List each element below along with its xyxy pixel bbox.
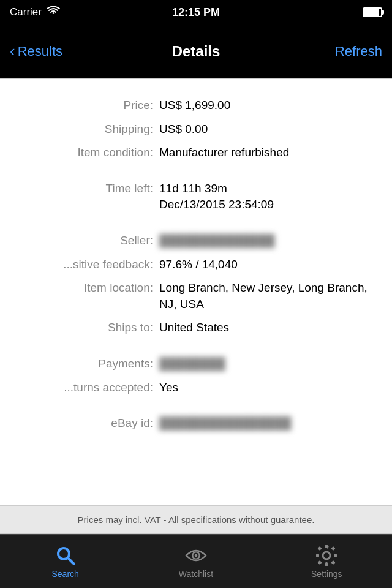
svg-rect-9 <box>316 554 319 557</box>
settings-icon <box>315 545 337 567</box>
ebay-id-value: ████████████████ <box>159 415 380 432</box>
shipping-label: Shipping: <box>12 121 159 138</box>
page-title: Details <box>172 43 221 60</box>
svg-rect-13 <box>318 560 322 564</box>
tab-search[interactable]: Search <box>0 545 130 579</box>
svg-rect-11 <box>318 546 322 550</box>
ebay-id-row: eBay id: ████████████████ <box>12 412 380 435</box>
watchlist-tab-label: Watchlist <box>179 569 213 579</box>
feedback-label: ...sitive feedback: <box>12 257 159 273</box>
battery-icon <box>363 7 382 17</box>
svg-rect-10 <box>331 546 336 550</box>
svg-rect-12 <box>331 560 336 564</box>
svg-rect-7 <box>325 563 328 566</box>
search-icon <box>55 545 77 567</box>
payments-label: Payments: <box>12 356 159 372</box>
svg-rect-6 <box>325 545 328 548</box>
condition-row: Item condition: Manufacturer refurbished <box>12 141 380 165</box>
location-label: Item location: <box>12 280 159 296</box>
disclaimer: Prices may incl. VAT - All specification… <box>0 505 392 534</box>
seller-row: Seller: ██████████████ <box>12 229 380 253</box>
tab-bar: Search Watchlist <box>0 534 392 588</box>
feedback-row: ...sitive feedback: 97.6% / 14,040 <box>12 253 380 277</box>
shipping-value: US$ 0.00 <box>159 121 380 138</box>
condition-label: Item condition: <box>12 145 159 161</box>
time-left-label: Time left: <box>12 181 159 197</box>
time-left-value: 11d 11h 39mDec/13/2015 23:54:09 <box>159 181 380 213</box>
svg-point-3 <box>195 554 198 557</box>
status-bar: Carrier 12:15 PM <box>0 0 392 24</box>
back-chevron-icon: ‹ <box>10 42 15 61</box>
details-table: Price: US$ 1,699.00 Shipping: US$ 0.00 I… <box>0 94 392 435</box>
ships-to-row: Ships to: United States <box>12 316 380 340</box>
carrier-text: Carrier <box>10 6 42 18</box>
status-left: Carrier <box>10 6 60 18</box>
seller-value: ██████████████ <box>159 233 380 249</box>
returns-value: Yes <box>159 380 380 396</box>
search-tab-label: Search <box>51 569 78 579</box>
svg-point-5 <box>323 552 330 559</box>
location-row: Item location: Long Branch, New Jersey, … <box>12 276 380 316</box>
refresh-button[interactable]: Refresh <box>335 43 382 59</box>
tab-settings[interactable]: Settings <box>262 545 392 579</box>
content-area: Price: US$ 1,699.00 Shipping: US$ 0.00 I… <box>0 79 392 435</box>
payments-row: Payments: ████████ <box>12 352 380 376</box>
svg-rect-8 <box>334 554 337 557</box>
status-time: 12:15 PM <box>172 6 220 19</box>
location-value: Long Branch, New Jersey, Long Branch, NJ… <box>159 280 380 312</box>
wifi-icon <box>47 6 60 18</box>
shipping-row: Shipping: US$ 0.00 <box>12 118 380 141</box>
back-button[interactable]: ‹ Results <box>10 42 62 61</box>
watchlist-icon <box>185 545 207 567</box>
nav-bar: ‹ Results Details Refresh <box>0 24 392 78</box>
price-value: US$ 1,699.00 <box>159 97 380 114</box>
ships-to-label: Ships to: <box>12 320 159 336</box>
feedback-value: 97.6% / 14,040 <box>159 257 380 273</box>
payments-value: ████████ <box>159 356 380 372</box>
settings-tab-label: Settings <box>311 569 342 579</box>
returns-row: ...turns accepted: Yes <box>12 376 380 400</box>
returns-label: ...turns accepted: <box>12 380 159 396</box>
tab-watchlist[interactable]: Watchlist <box>130 545 261 579</box>
svg-line-1 <box>68 558 74 564</box>
price-label: Price: <box>12 97 159 114</box>
condition-value: Manufacturer refurbished <box>159 145 380 161</box>
ships-to-value: United States <box>159 320 380 336</box>
time-left-row: Time left: 11d 11h 39mDec/13/2015 23:54:… <box>12 177 380 217</box>
ebay-id-label: eBay id: <box>12 415 159 432</box>
back-label: Results <box>18 43 62 59</box>
seller-label: Seller: <box>12 233 159 249</box>
price-row: Price: US$ 1,699.00 <box>12 94 380 118</box>
